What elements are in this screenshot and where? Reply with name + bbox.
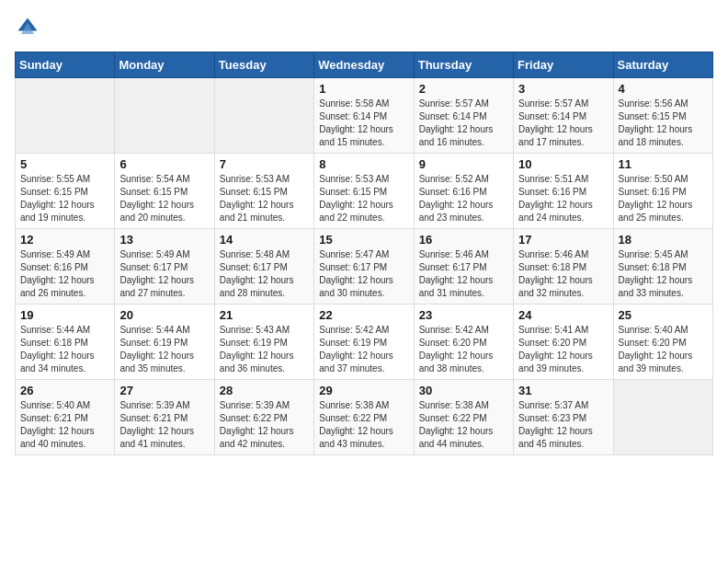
day-number: 1 <box>319 82 408 96</box>
calendar-day-cell: 18Sunrise: 5:45 AMSunset: 6:18 PMDayligh… <box>613 229 712 304</box>
day-info: Sunrise: 5:46 AMSunset: 6:17 PMDaylight:… <box>419 248 508 300</box>
calendar-day-cell: 1Sunrise: 5:58 AMSunset: 6:14 PMDaylight… <box>314 78 414 154</box>
day-info: Sunrise: 5:53 AMSunset: 6:15 PMDaylight:… <box>319 173 408 224</box>
logo-icon <box>15 15 40 40</box>
weekday-header: Monday <box>115 52 214 78</box>
day-number: 15 <box>319 233 408 247</box>
calendar-day-cell <box>613 380 712 455</box>
day-number: 26 <box>20 384 109 397</box>
day-info: Sunrise: 5:50 AMSunset: 6:16 PMDaylight:… <box>619 173 708 224</box>
calendar-day-cell: 30Sunrise: 5:38 AMSunset: 6:22 PMDayligh… <box>414 380 513 455</box>
calendar-day-cell: 14Sunrise: 5:48 AMSunset: 6:17 PMDayligh… <box>214 229 313 304</box>
calendar-day-cell: 2Sunrise: 5:57 AMSunset: 6:14 PMDaylight… <box>414 78 513 154</box>
calendar-week-row: 26Sunrise: 5:40 AMSunset: 6:21 PMDayligh… <box>16 380 713 455</box>
day-info: Sunrise: 5:46 AMSunset: 6:18 PMDaylight:… <box>518 248 608 300</box>
logo <box>15 15 44 40</box>
day-number: 27 <box>119 384 209 397</box>
day-info: Sunrise: 5:57 AMSunset: 6:14 PMDaylight:… <box>518 98 608 149</box>
calendar-day-cell: 28Sunrise: 5:39 AMSunset: 6:22 PMDayligh… <box>214 380 313 455</box>
calendar-day-cell <box>115 78 214 154</box>
day-number: 4 <box>619 82 708 96</box>
calendar-day-cell: 20Sunrise: 5:44 AMSunset: 6:19 PMDayligh… <box>115 304 214 380</box>
calendar-day-cell: 6Sunrise: 5:54 AMSunset: 6:15 PMDaylight… <box>115 154 214 229</box>
calendar-header-row: SundayMondayTuesdayWednesdayThursdayFrid… <box>16 52 713 78</box>
calendar-day-cell: 8Sunrise: 5:53 AMSunset: 6:15 PMDaylight… <box>314 154 414 229</box>
day-number: 17 <box>518 233 608 247</box>
day-info: Sunrise: 5:57 AMSunset: 6:14 PMDaylight:… <box>419 98 508 149</box>
day-number: 2 <box>419 82 508 96</box>
day-number: 30 <box>419 384 508 397</box>
weekday-header: Wednesday <box>314 52 414 78</box>
day-info: Sunrise: 5:38 AMSunset: 6:22 PMDaylight:… <box>419 399 508 451</box>
weekday-header: Sunday <box>16 52 115 78</box>
day-info: Sunrise: 5:49 AMSunset: 6:17 PMDaylight:… <box>119 248 209 300</box>
day-info: Sunrise: 5:38 AMSunset: 6:22 PMDaylight:… <box>319 399 408 451</box>
day-info: Sunrise: 5:51 AMSunset: 6:16 PMDaylight:… <box>518 173 608 224</box>
day-number: 24 <box>518 308 608 322</box>
day-number: 22 <box>319 308 408 322</box>
calendar-day-cell: 5Sunrise: 5:55 AMSunset: 6:15 PMDaylight… <box>16 154 115 229</box>
calendar-day-cell: 19Sunrise: 5:44 AMSunset: 6:18 PMDayligh… <box>16 304 115 380</box>
calendar-day-cell <box>214 78 313 154</box>
weekday-header: Friday <box>514 52 613 78</box>
day-number: 19 <box>20 308 109 322</box>
weekday-header: Tuesday <box>214 52 313 78</box>
calendar-day-cell: 22Sunrise: 5:42 AMSunset: 6:19 PMDayligh… <box>314 304 414 380</box>
day-number: 29 <box>319 384 408 397</box>
calendar-day-cell: 12Sunrise: 5:49 AMSunset: 6:16 PMDayligh… <box>16 229 115 304</box>
day-info: Sunrise: 5:42 AMSunset: 6:20 PMDaylight:… <box>419 324 508 375</box>
calendar-week-row: 12Sunrise: 5:49 AMSunset: 6:16 PMDayligh… <box>16 229 713 304</box>
day-number: 7 <box>220 157 309 171</box>
calendar-day-cell: 10Sunrise: 5:51 AMSunset: 6:16 PMDayligh… <box>514 154 613 229</box>
day-number: 28 <box>220 384 309 397</box>
day-info: Sunrise: 5:47 AMSunset: 6:17 PMDaylight:… <box>319 248 408 300</box>
day-info: Sunrise: 5:52 AMSunset: 6:16 PMDaylight:… <box>419 173 508 224</box>
day-info: Sunrise: 5:42 AMSunset: 6:19 PMDaylight:… <box>319 324 408 375</box>
day-info: Sunrise: 5:53 AMSunset: 6:15 PMDaylight:… <box>220 173 309 224</box>
day-number: 12 <box>20 233 109 247</box>
calendar-week-row: 19Sunrise: 5:44 AMSunset: 6:18 PMDayligh… <box>16 304 713 380</box>
calendar-week-row: 1Sunrise: 5:58 AMSunset: 6:14 PMDaylight… <box>16 78 713 154</box>
day-info: Sunrise: 5:41 AMSunset: 6:20 PMDaylight:… <box>518 324 608 375</box>
day-info: Sunrise: 5:58 AMSunset: 6:14 PMDaylight:… <box>319 98 408 149</box>
day-info: Sunrise: 5:44 AMSunset: 6:19 PMDaylight:… <box>119 324 209 375</box>
calendar-day-cell: 7Sunrise: 5:53 AMSunset: 6:15 PMDaylight… <box>214 154 313 229</box>
day-info: Sunrise: 5:56 AMSunset: 6:15 PMDaylight:… <box>619 98 708 149</box>
day-number: 8 <box>319 157 408 171</box>
day-info: Sunrise: 5:55 AMSunset: 6:15 PMDaylight:… <box>20 173 109 224</box>
day-number: 20 <box>119 308 209 322</box>
page-header <box>15 15 713 40</box>
calendar-week-row: 5Sunrise: 5:55 AMSunset: 6:15 PMDaylight… <box>16 154 713 229</box>
weekday-header: Saturday <box>613 52 712 78</box>
day-info: Sunrise: 5:43 AMSunset: 6:19 PMDaylight:… <box>220 324 309 375</box>
calendar-body: 1Sunrise: 5:58 AMSunset: 6:14 PMDaylight… <box>16 78 713 455</box>
day-number: 18 <box>619 233 708 247</box>
day-number: 31 <box>518 384 608 397</box>
calendar-day-cell: 3Sunrise: 5:57 AMSunset: 6:14 PMDaylight… <box>514 78 613 154</box>
calendar-day-cell: 31Sunrise: 5:37 AMSunset: 6:23 PMDayligh… <box>514 380 613 455</box>
day-number: 10 <box>518 157 608 171</box>
day-number: 23 <box>419 308 508 322</box>
day-number: 16 <box>419 233 508 247</box>
calendar-day-cell: 25Sunrise: 5:40 AMSunset: 6:20 PMDayligh… <box>613 304 712 380</box>
day-info: Sunrise: 5:40 AMSunset: 6:21 PMDaylight:… <box>20 399 109 451</box>
day-number: 5 <box>20 157 109 171</box>
calendar-day-cell: 26Sunrise: 5:40 AMSunset: 6:21 PMDayligh… <box>16 380 115 455</box>
calendar-day-cell: 23Sunrise: 5:42 AMSunset: 6:20 PMDayligh… <box>414 304 513 380</box>
calendar-day-cell: 16Sunrise: 5:46 AMSunset: 6:17 PMDayligh… <box>414 229 513 304</box>
calendar-day-cell: 13Sunrise: 5:49 AMSunset: 6:17 PMDayligh… <box>115 229 214 304</box>
day-info: Sunrise: 5:39 AMSunset: 6:21 PMDaylight:… <box>119 399 209 451</box>
calendar-day-cell: 21Sunrise: 5:43 AMSunset: 6:19 PMDayligh… <box>214 304 313 380</box>
day-number: 13 <box>119 233 209 247</box>
day-info: Sunrise: 5:44 AMSunset: 6:18 PMDaylight:… <box>20 324 109 375</box>
calendar-day-cell: 24Sunrise: 5:41 AMSunset: 6:20 PMDayligh… <box>514 304 613 380</box>
calendar-day-cell: 11Sunrise: 5:50 AMSunset: 6:16 PMDayligh… <box>613 154 712 229</box>
calendar-day-cell: 15Sunrise: 5:47 AMSunset: 6:17 PMDayligh… <box>314 229 414 304</box>
day-number: 14 <box>220 233 309 247</box>
weekday-header: Thursday <box>414 52 513 78</box>
day-info: Sunrise: 5:54 AMSunset: 6:15 PMDaylight:… <box>119 173 209 224</box>
day-number: 21 <box>220 308 309 322</box>
day-info: Sunrise: 5:49 AMSunset: 6:16 PMDaylight:… <box>20 248 109 300</box>
day-number: 11 <box>619 157 708 171</box>
day-info: Sunrise: 5:45 AMSunset: 6:18 PMDaylight:… <box>619 248 708 300</box>
